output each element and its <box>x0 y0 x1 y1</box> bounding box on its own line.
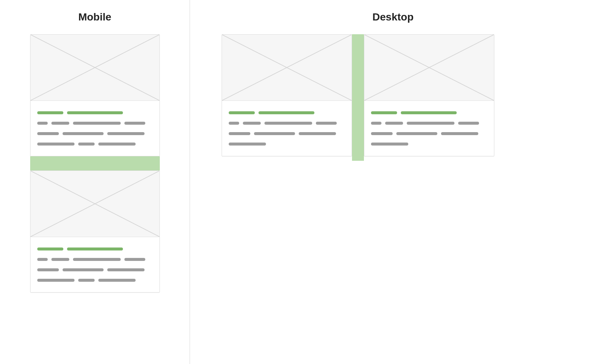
skeleton-segment <box>254 132 295 135</box>
skeleton-segment <box>37 258 48 261</box>
skeleton-segment <box>371 132 393 135</box>
body-skeleton-row <box>371 132 487 135</box>
skeleton-segment <box>63 132 104 135</box>
skeleton-segment <box>407 122 454 125</box>
skeleton-segment <box>229 132 250 135</box>
card <box>30 170 160 293</box>
title-skeleton-row <box>371 111 487 114</box>
desktop-heading: Desktop <box>190 11 596 23</box>
skeleton-segment <box>229 111 255 114</box>
title-skeleton-row <box>37 248 153 250</box>
body-skeleton-row <box>371 122 487 125</box>
mobile-column: Mobile <box>0 0 190 364</box>
skeleton-segment <box>63 268 104 271</box>
skeleton-segment <box>78 143 95 146</box>
body-skeleton-row <box>37 279 153 282</box>
card-body <box>364 101 494 156</box>
skeleton-segment <box>371 143 408 146</box>
card-body <box>31 237 159 292</box>
card <box>222 34 352 156</box>
image-placeholder <box>364 35 494 101</box>
skeleton-segment <box>37 279 74 282</box>
title-skeleton-row <box>229 111 345 114</box>
skeleton-segment <box>124 258 145 261</box>
mobile-card-stack <box>30 34 160 293</box>
image-placeholder <box>31 35 159 101</box>
skeleton-segment <box>229 143 266 146</box>
body-skeleton-row <box>37 132 153 135</box>
skeleton-segment <box>98 279 136 282</box>
skeleton-segment <box>396 132 437 135</box>
body-skeleton-row <box>371 143 487 146</box>
skeleton-segment <box>67 248 123 250</box>
card <box>364 34 494 156</box>
gap-band <box>352 34 364 161</box>
body-skeleton-row <box>229 122 345 125</box>
image-placeholder <box>31 171 159 237</box>
skeleton-segment <box>51 122 69 125</box>
card <box>30 34 160 156</box>
skeleton-segment <box>243 122 261 125</box>
body-skeleton-row <box>229 132 345 135</box>
skeleton-segment <box>458 122 479 125</box>
skeleton-segment <box>264 122 312 125</box>
skeleton-segment <box>78 279 95 282</box>
skeleton-segment <box>107 268 145 271</box>
title-skeleton-row <box>37 111 153 114</box>
skeleton-segment <box>299 132 336 135</box>
skeleton-segment <box>73 258 121 261</box>
skeleton-segment <box>51 258 69 261</box>
mobile-heading: Mobile <box>0 11 190 23</box>
desktop-column: Desktop <box>190 0 596 364</box>
skeleton-segment <box>441 132 478 135</box>
skeleton-segment <box>401 111 457 114</box>
skeleton-segment <box>371 111 397 114</box>
skeleton-segment <box>385 122 403 125</box>
body-skeleton-row <box>37 258 153 261</box>
skeleton-segment <box>98 143 136 146</box>
skeleton-segment <box>107 132 145 135</box>
body-skeleton-row <box>37 143 153 146</box>
body-skeleton-row <box>37 268 153 271</box>
skeleton-segment <box>371 122 381 125</box>
skeleton-segment <box>37 111 63 114</box>
skeleton-segment <box>37 248 63 250</box>
body-skeleton-row <box>37 122 153 125</box>
skeleton-segment <box>37 122 48 125</box>
skeleton-segment <box>37 143 74 146</box>
body-skeleton-row <box>229 143 345 146</box>
skeleton-segment <box>37 268 59 271</box>
skeleton-segment <box>259 111 314 114</box>
skeleton-segment <box>37 132 59 135</box>
skeleton-segment <box>229 122 239 125</box>
card-body <box>222 101 352 156</box>
desktop-card-row <box>222 34 494 161</box>
skeleton-segment <box>73 122 121 125</box>
image-placeholder <box>222 35 352 101</box>
gap-band <box>30 156 160 170</box>
skeleton-segment <box>124 122 145 125</box>
card-body <box>31 101 159 156</box>
skeleton-segment <box>316 122 337 125</box>
skeleton-segment <box>67 111 123 114</box>
